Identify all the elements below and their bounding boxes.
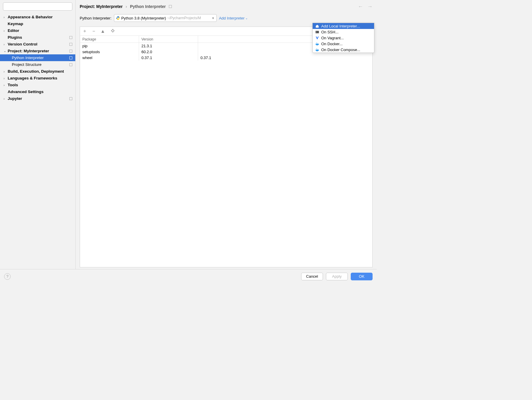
sidebar-item-label: Keymap <box>8 22 23 26</box>
sidebar-item-editor[interactable]: ›Editor <box>0 27 75 34</box>
sidebar-item-jupyter[interactable]: ›Jupyter <box>0 95 75 102</box>
show-early-releases-button[interactable] <box>110 28 115 34</box>
home-icon <box>315 24 319 28</box>
package-row[interactable]: wheel0.37.10.37.1 <box>80 55 372 61</box>
settings-search-input[interactable] <box>3 2 72 11</box>
sidebar-item-label: Project: MyInterpreter <box>8 49 49 53</box>
chevron-right-icon: › <box>4 29 8 32</box>
modified-indicator-icon <box>69 63 72 66</box>
sidebar-item-project-myinterpreter[interactable]: ⌄Project: MyInterpreter <box>0 48 75 54</box>
apply-button[interactable]: Apply <box>326 273 348 280</box>
svg-rect-4 <box>316 43 316 44</box>
package-version: 60.2.0 <box>139 49 198 55</box>
svg-rect-8 <box>316 49 316 50</box>
help-button[interactable]: ? <box>4 273 11 280</box>
chevron-right-icon: › <box>4 15 8 19</box>
sidebar-item-version-control[interactable]: ›Version Control <box>0 41 75 48</box>
sidebar-item-languages-frameworks[interactable]: ›Languages & Frameworks <box>0 75 75 82</box>
reset-icon[interactable] <box>169 5 172 8</box>
nav-forward-button[interactable]: → <box>367 4 373 10</box>
modified-indicator-icon <box>69 43 72 46</box>
sidebar-item-label: Version Control <box>8 42 37 46</box>
sidebar-item-project-structure[interactable]: Project Structure <box>0 61 75 68</box>
chevron-down-icon: ⌄ <box>245 17 248 20</box>
modified-indicator-icon <box>69 97 72 100</box>
chevron-right-icon: › <box>4 97 8 100</box>
chevron-down-icon: ⌄ <box>4 49 8 53</box>
settings-content: Project: MyInterpreter › Python Interpre… <box>76 0 377 269</box>
svg-rect-10 <box>317 49 318 50</box>
chevron-right-icon: › <box>4 83 8 87</box>
svg-point-2 <box>112 30 114 32</box>
chevron-right-icon: › <box>125 4 127 9</box>
package-name: setuptools <box>80 49 139 55</box>
svg-rect-7 <box>316 43 317 43</box>
sidebar-item-build-execution-deployment[interactable]: ›Build, Execution, Deployment <box>0 68 75 75</box>
svg-rect-3 <box>315 31 319 33</box>
docker-icon <box>315 42 319 46</box>
ssh-icon <box>315 30 319 34</box>
nav-back-button[interactable]: ← <box>358 4 363 10</box>
modified-indicator-icon <box>69 50 72 53</box>
add-package-button[interactable]: ＋ <box>82 28 87 34</box>
sidebar-item-tools[interactable]: ›Tools <box>0 82 75 88</box>
ok-button[interactable]: OK <box>351 273 373 280</box>
column-header-version[interactable]: Version <box>139 36 198 43</box>
interpreter-select[interactable]: Python 3.8 (MyInterpreter) ~/PycharmProj… <box>114 14 217 22</box>
interpreter-label: Python Interpreter: <box>80 16 112 20</box>
interpreter-path: ~/PycharmProjects/M <box>167 16 210 20</box>
package-name: pip <box>80 43 139 49</box>
sidebar-item-keymap[interactable]: Keymap <box>0 20 75 27</box>
sidebar-item-appearance-behavior[interactable]: ›Appearance & Behavior <box>0 14 75 20</box>
sidebar-item-label: Tools <box>8 83 18 87</box>
chevron-right-icon: › <box>4 77 8 80</box>
svg-rect-11 <box>316 48 317 49</box>
breadcrumb-page: Python Interpreter <box>130 4 166 9</box>
docker-icon <box>315 48 319 52</box>
sidebar-item-label: Languages & Frameworks <box>8 76 57 80</box>
sidebar-item-label: Jupyter <box>8 96 22 101</box>
menu-item-on-vagrant[interactable]: On Vagrant... <box>313 35 374 41</box>
python-icon <box>116 16 120 20</box>
package-version: 21.3.1 <box>139 43 198 49</box>
package-name: wheel <box>80 55 139 61</box>
sidebar-item-python-interpreter[interactable]: Python Interpreter <box>0 54 75 61</box>
chevron-right-icon: › <box>4 43 8 46</box>
menu-item-label: Add Local Interpreter... <box>321 24 360 28</box>
cancel-button[interactable]: Cancel <box>301 273 323 280</box>
menu-item-on-docker[interactable]: On Docker... <box>313 41 374 47</box>
menu-item-label: On Docker Compose... <box>321 48 360 52</box>
menu-item-add-local-interpreter[interactable]: Add Local Interpreter... <box>313 23 374 29</box>
menu-item-label: On SSH... <box>321 30 339 34</box>
menu-item-on-docker-compose[interactable]: On Docker Compose... <box>313 47 374 53</box>
sidebar-item-advanced-settings[interactable]: Advanced Settings <box>0 88 75 95</box>
vagrant-icon <box>315 36 319 40</box>
sidebar-item-label: Appearance & Behavior <box>8 15 53 19</box>
package-latest: 0.37.1 <box>198 55 372 61</box>
sidebar-item-label: Build, Execution, Deployment <box>8 69 64 74</box>
sidebar-item-label: Advanced Settings <box>8 90 44 94</box>
upgrade-package-button[interactable]: ▲ <box>100 29 105 34</box>
modified-indicator-icon <box>69 36 72 39</box>
remove-package-button[interactable]: − <box>92 29 95 34</box>
sidebar-item-label: Project Structure <box>12 62 42 67</box>
add-interpreter-menu: Add Local Interpreter...On SSH...On Vagr… <box>312 23 374 53</box>
menu-item-label: On Docker... <box>321 42 342 46</box>
settings-sidebar: ›Appearance & BehaviorKeymap›EditorPlugi… <box>0 0 76 269</box>
add-interpreter-button[interactable]: Add Interpreter ⌄ <box>219 16 248 20</box>
packages-panel: ＋ − ▲ Package Version pip21.3.1setuptool… <box>80 27 373 267</box>
interpreter-selected-name: Python 3.8 (MyInterpreter) <box>121 16 166 20</box>
chevron-right-icon: › <box>4 70 8 73</box>
package-version: 0.37.1 <box>139 55 198 61</box>
sidebar-item-label: Editor <box>8 28 19 33</box>
menu-item-on-ssh[interactable]: On SSH... <box>313 29 374 35</box>
column-header-package[interactable]: Package <box>80 36 139 43</box>
svg-rect-6 <box>317 43 318 44</box>
chevron-down-icon: ▼ <box>212 17 215 20</box>
menu-item-label: On Vagrant... <box>321 36 344 40</box>
sidebar-item-plugins[interactable]: Plugins <box>0 34 75 41</box>
breadcrumb-project: Project: MyInterpreter <box>80 4 123 9</box>
sidebar-item-label: Python Interpreter <box>12 56 44 60</box>
sidebar-item-label: Plugins <box>8 35 22 40</box>
breadcrumb: Project: MyInterpreter › Python Interpre… <box>76 0 377 13</box>
